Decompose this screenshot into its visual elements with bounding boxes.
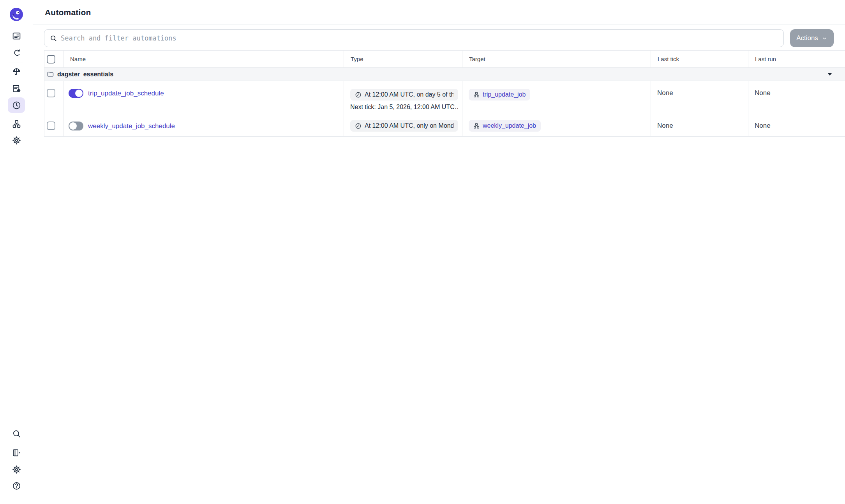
search-box[interactable]	[44, 29, 784, 47]
schedule-type-pill: At 12:00 AM UTC, on day 5 of th…	[350, 89, 458, 100]
type-cell: At 12:00 AM UTC, on day 5 of th… Next ti…	[344, 81, 462, 115]
group-label: dagster_essentials	[57, 71, 113, 78]
sidebar-item-deployment[interactable]	[8, 132, 25, 148]
last-tick-cell: None	[651, 115, 748, 136]
sidebar-divider	[9, 114, 23, 114]
row-checkbox[interactable]	[47, 89, 55, 97]
sidebar-item-expand-panel[interactable]	[8, 445, 25, 460]
schedule-cron-text: At 12:00 AM UTC, only on Mond…	[365, 122, 453, 129]
toolbar: Actions	[44, 29, 834, 47]
column-header-name: Name	[64, 51, 344, 67]
table-header-row: Name Type Target Last tick Last run	[44, 50, 845, 68]
sidebar-item-search[interactable]	[8, 426, 25, 441]
automation-name-link[interactable]: weekly_update_job_schedule	[88, 122, 175, 130]
sidebar-item-settings[interactable]	[8, 462, 25, 477]
gear-icon	[12, 465, 21, 474]
search-input[interactable]	[61, 34, 778, 42]
column-header-last-tick: Last tick	[651, 51, 748, 67]
target-cell: trip_update_job	[462, 81, 651, 115]
column-header-target: Target	[462, 51, 651, 67]
clock-icon	[355, 92, 362, 98]
job-graph-icon	[473, 123, 480, 129]
type-cell: At 12:00 AM UTC, only on Mond…	[344, 115, 462, 136]
schedule-type-pill: At 12:00 AM UTC, only on Mond…	[350, 120, 458, 132]
select-all-checkbox[interactable]	[47, 55, 55, 63]
sidebar-divider	[9, 443, 23, 443]
page-header: Automation	[33, 0, 845, 25]
runs-loop-icon	[12, 48, 21, 58]
expand-panel-icon	[12, 448, 21, 458]
help-icon	[12, 481, 21, 491]
sidebar-item-help[interactable]	[8, 478, 25, 493]
job-document-icon	[12, 84, 21, 93]
page-title: Automation	[45, 8, 91, 17]
column-header-type: Type	[344, 51, 462, 67]
target-pill[interactable]: trip_update_job	[469, 89, 530, 100]
sidebar-item-automation[interactable]	[8, 97, 25, 113]
folder-icon	[47, 70, 54, 78]
schedule-toggle[interactable]	[69, 89, 83, 98]
row-checkbox[interactable]	[47, 122, 55, 130]
gear-icon	[12, 136, 21, 145]
automations-table: Name Type Target Last tick Last run dags…	[44, 50, 845, 137]
last-run-cell: None	[748, 115, 845, 136]
name-cell: weekly_update_job_schedule	[64, 115, 344, 136]
next-tick-text: Next tick: Jan 5, 2026, 12:00 AM UTC…	[350, 104, 458, 111]
actions-button-label: Actions	[796, 34, 818, 42]
table-row: weekly_update_job_schedule At 12:00 AM U…	[44, 115, 845, 137]
sidebar	[0, 0, 33, 504]
sidebar-item-jobs[interactable]	[8, 81, 25, 96]
job-graph-icon	[473, 92, 480, 98]
row-checkbox-cell	[44, 81, 64, 115]
target-pill[interactable]: weekly_update_job	[469, 120, 541, 132]
sidebar-item-runs[interactable]	[8, 45, 25, 60]
actions-button[interactable]: Actions	[790, 29, 834, 47]
last-tick-cell: None	[651, 81, 748, 115]
automation-name-link[interactable]: trip_update_job_schedule	[88, 89, 164, 98]
search-icon	[12, 429, 21, 439]
target-link[interactable]: weekly_update_job	[483, 122, 536, 129]
target-link[interactable]: trip_update_job	[483, 91, 526, 98]
header-checkbox-cell	[44, 51, 64, 67]
collapse-caret-icon[interactable]	[828, 73, 832, 76]
assets-icon	[12, 31, 21, 41]
sidebar-item-catalog[interactable]	[8, 64, 25, 79]
group-row[interactable]: dagster_essentials	[44, 68, 845, 81]
schedule-cron-text: At 12:00 AM UTC, on day 5 of th…	[365, 91, 453, 98]
app-root: Automation Actions	[0, 0, 845, 504]
clock-icon	[12, 100, 21, 110]
table-row: trip_update_job_schedule At 12:00 AM UTC…	[44, 81, 845, 115]
row-checkbox-cell	[44, 115, 64, 136]
column-header-last-run: Last run	[748, 51, 845, 67]
search-icon	[50, 35, 57, 42]
name-cell: trip_update_job_schedule	[64, 81, 344, 115]
dagster-octopus-icon	[10, 8, 23, 21]
main-content: Automation Actions	[33, 0, 845, 504]
sidebar-item-lineage[interactable]	[8, 116, 25, 132]
sidebar-item-assets[interactable]	[8, 28, 25, 44]
clock-icon	[355, 123, 362, 129]
schedule-toggle[interactable]	[69, 122, 83, 130]
chevron-down-icon	[822, 35, 827, 41]
dagster-logo[interactable]	[10, 8, 23, 21]
umbrella-icon	[12, 67, 21, 77]
last-run-cell: None	[748, 81, 845, 115]
org-chart-icon	[12, 119, 21, 129]
target-cell: weekly_update_job	[462, 115, 651, 136]
sidebar-divider	[9, 62, 23, 62]
